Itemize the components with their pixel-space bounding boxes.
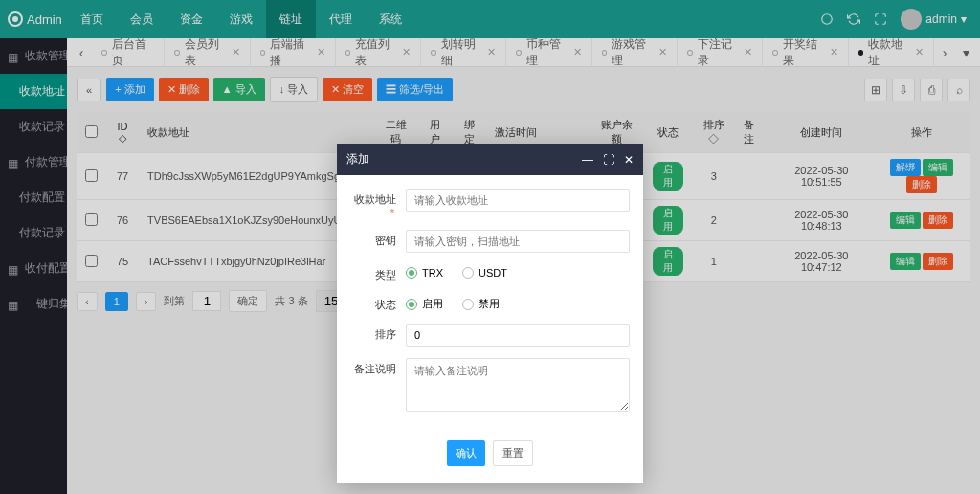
type-radios-opt-0[interactable]: TRX bbox=[406, 267, 443, 279]
modal-reset-button[interactable]: 重置 bbox=[493, 440, 533, 466]
modal-min-icon[interactable]: — bbox=[582, 153, 593, 167]
modal-confirm-button[interactable]: 确认 bbox=[447, 440, 485, 466]
status-radios-opt-0[interactable]: 启用 bbox=[406, 297, 443, 311]
addr-input[interactable] bbox=[406, 189, 630, 212]
add-modal: 添加 — ⛶ ✕ 收款地址 * 密钥 类型 TRXUSDT 状态 启用禁用 排序… bbox=[337, 144, 643, 483]
type-radios-opt-1[interactable]: USDT bbox=[462, 267, 507, 279]
modal-close-icon[interactable]: ✕ bbox=[624, 153, 634, 167]
modal-title: 添加 bbox=[346, 151, 369, 168]
sort-input[interactable] bbox=[406, 324, 630, 347]
status-radios-opt-1[interactable]: 禁用 bbox=[462, 297, 500, 311]
modal-max-icon[interactable]: ⛶ bbox=[603, 153, 614, 167]
note-textarea[interactable] bbox=[406, 358, 630, 412]
key-input[interactable] bbox=[406, 230, 630, 253]
